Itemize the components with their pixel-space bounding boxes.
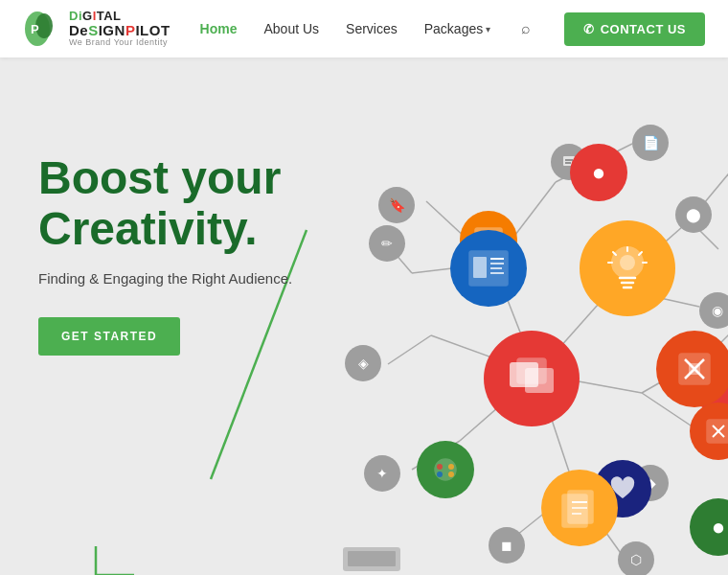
chevron-down-icon: ▾ <box>486 24 490 34</box>
node-green-art: ● <box>690 498 728 556</box>
svg-point-49 <box>448 472 454 477</box>
node-gray-7: ✦ <box>364 455 400 492</box>
node-gray-2: 📄 <box>632 125 669 161</box>
logo-icon: P <box>23 9 63 49</box>
contact-button[interactable]: ✆ CONTACT US <box>564 12 705 46</box>
hero-content: Boost your Creativity. Finding & Engagin… <box>38 153 292 356</box>
node-gray-5: ✏ <box>369 225 405 262</box>
svg-rect-35 <box>473 257 487 278</box>
node-gray-13: ⬤ <box>675 196 712 233</box>
nav-item-home[interactable]: Home <box>200 20 238 37</box>
node-gray-4: 🔖 <box>378 187 415 223</box>
search-icon-item[interactable]: ⌕ <box>517 20 535 37</box>
node-scissors <box>656 331 728 407</box>
nav-item-services[interactable]: Services <box>346 20 398 37</box>
network-diagram: 📄 ⚙ 🔖 ✏ ◈ ✦ ◼ ⬡ ◉ ★ ♦ ⬤ ▲ ◆ ● ● <box>335 86 728 575</box>
svg-line-24 <box>388 335 431 364</box>
node-center-main <box>484 331 580 426</box>
svg-rect-52 <box>517 358 546 383</box>
svg-point-46 <box>437 464 443 470</box>
svg-point-41 <box>620 255 635 270</box>
search-icon[interactable]: ⌕ <box>517 16 535 40</box>
hero-title: Boost your Creativity. <box>38 153 292 255</box>
node-gray-10: ◉ <box>699 292 728 329</box>
nav-item-packages[interactable]: Packages ▾ <box>424 21 490 36</box>
svg-rect-54 <box>568 491 593 523</box>
node-gray-8: ◼ <box>489 527 525 564</box>
svg-point-47 <box>448 464 454 470</box>
svg-rect-61 <box>689 363 700 375</box>
logo: P DiGITAL DeSIGNPILOT We Brand Your Iden… <box>23 9 171 49</box>
navbar: P DiGITAL DeSIGNPILOT We Brand Your Iden… <box>0 0 728 58</box>
hero-section: Boost your Creativity. Finding & Engagin… <box>0 58 728 575</box>
node-gray-6: ◈ <box>345 345 381 381</box>
nav-links: Home About Us Services Packages ▾ ⌕ <box>200 20 535 37</box>
svg-text:P: P <box>31 22 39 36</box>
svg-point-48 <box>437 472 443 477</box>
tablet-decoration <box>333 547 410 575</box>
get-started-button[interactable]: GET STARTED <box>38 317 180 356</box>
node-green-palette <box>417 441 474 498</box>
node-documents <box>541 470 618 546</box>
node-palette <box>690 402 728 460</box>
node-lightbulb <box>580 220 675 316</box>
hero-subtitle: Finding & Engaging the Right Audience. <box>38 270 292 287</box>
node-gray-9: ⬡ <box>618 541 654 575</box>
logo-text: DiGITAL DeSIGNPILOT We Brand Your Identi… <box>69 10 171 49</box>
node-blue-content <box>450 230 527 307</box>
phone-icon: ✆ <box>583 22 595 36</box>
node-red-top: ● <box>570 144 627 201</box>
svg-rect-63 <box>348 551 396 566</box>
nav-item-about[interactable]: About Us <box>263 20 319 37</box>
svg-point-45 <box>435 459 456 480</box>
